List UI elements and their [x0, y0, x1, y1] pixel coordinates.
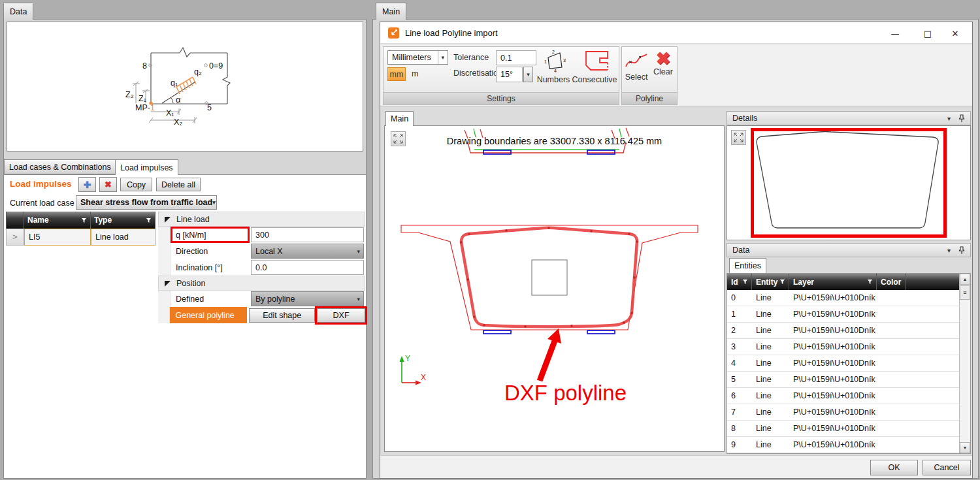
prop-row-q: q [kN/m] 300	[158, 227, 365, 243]
tolerance-input[interactable]: 0.1	[496, 50, 536, 65]
column-header-id[interactable]: Id	[727, 274, 752, 290]
group-position[interactable]: Position	[158, 276, 365, 291]
caret-down-icon: ▾	[527, 71, 530, 78]
column-header-layer[interactable]: Layer	[789, 274, 877, 290]
entities-table: Id Entity Layer Color 0 Line P\U+015	[727, 273, 971, 454]
numbers-button[interactable]: 1234 Numbers	[536, 49, 570, 92]
scroll-thumb[interactable]: ≡	[960, 285, 970, 300]
entity-row[interactable]: 8 Line P\U+0159í\U+010Dník	[727, 421, 959, 437]
details-view[interactable]	[727, 125, 971, 240]
minimize-button[interactable]: —	[885, 25, 906, 41]
current-load-case-value: Shear stress flow from traffic load	[80, 198, 212, 207]
direction-select[interactable]: Local X ▾	[251, 244, 364, 259]
data-title: Data	[732, 246, 749, 255]
caret-down-icon[interactable]: ▾	[947, 247, 951, 254]
group-line-load[interactable]: Line load	[158, 212, 365, 227]
dxf-polyline-shape[interactable]	[461, 228, 637, 327]
filter-icon[interactable]	[779, 279, 785, 285]
tab-entities[interactable]: Entities	[729, 258, 766, 273]
consecutive-button[interactable]: Consecutive	[572, 49, 617, 92]
impulse-row[interactable]: > LI5 Line load	[6, 229, 155, 246]
m-toggle[interactable]: m	[412, 69, 418, 78]
diagram-label-x1: X₁	[166, 108, 174, 118]
caret-down-icon[interactable]: ▾	[947, 115, 951, 122]
column-header-name[interactable]: Name	[24, 212, 91, 229]
left-panel: 8 0=9 q₂ q₁ α 5 Z₂ Z₁ MP-1 X₁ X₂ Load ca…	[3, 19, 367, 479]
axis-y-label: Y	[405, 354, 410, 363]
column-header-entity[interactable]: Entity	[752, 274, 789, 290]
tab-load-cases-combinations[interactable]: Load cases & Combinations	[4, 159, 116, 174]
entities-scrollbar[interactable]: ▲ ≡ ▼	[959, 274, 970, 453]
entity-layer-cell: P\U+0159í\U+010Dník	[789, 310, 877, 319]
dxf-button[interactable]: DXF	[317, 308, 365, 323]
close-button[interactable]: ✕	[945, 25, 966, 41]
add-impulse-button[interactable]: ✚	[78, 177, 96, 192]
filter-icon[interactable]	[742, 279, 748, 285]
delete-impulse-button[interactable]: ✖	[99, 177, 117, 192]
defined-select[interactable]: By polyline ▾	[251, 291, 364, 306]
maximize-button[interactable]: □	[917, 25, 938, 41]
entity-id-cell: 1	[727, 310, 752, 319]
ok-button[interactable]: OK	[870, 460, 918, 475]
impulse-type-cell[interactable]: Line load	[91, 229, 155, 246]
entity-row[interactable]: 4 Line P\U+0159í\U+010Dník	[727, 355, 959, 372]
entity-row[interactable]: 7 Line P\U+0159í\U+010Dník	[727, 404, 959, 421]
edit-shape-button[interactable]: Edit shape	[249, 308, 315, 323]
entity-id-cell: 6	[727, 391, 752, 400]
entity-row[interactable]: 5 Line P\U+0159í\U+010Dník	[727, 372, 959, 388]
entity-row[interactable]: 0 Line P\U+0159í\U+010Dník	[727, 290, 959, 306]
drawing-canvas[interactable]: Y X Drawing boundaries are 33007.330 x 8…	[384, 125, 725, 452]
scroll-up-button[interactable]: ▲	[960, 274, 970, 285]
delete-all-button[interactable]: Delete all	[156, 178, 201, 191]
data-header[interactable]: Data ▾	[727, 243, 971, 257]
impulse-name-cell[interactable]: LI5	[24, 229, 91, 246]
property-grid: Line load q [kN/m] 300 Direction Local X…	[158, 212, 365, 323]
copy-button[interactable]: Copy	[120, 178, 152, 191]
pin-icon[interactable]	[958, 246, 965, 255]
entity-row[interactable]: 1 Line P\U+0159í\U+010Dník	[727, 306, 959, 323]
diagram-label-alpha: α	[176, 95, 181, 104]
mm-toggle[interactable]: mm	[387, 67, 406, 81]
column-header-color[interactable]: Color	[877, 274, 906, 290]
units-select[interactable]: Millimeters ▾	[387, 50, 448, 65]
load-hatch	[176, 77, 196, 94]
entity-row[interactable]: 3 Line P\U+0159í\U+010Dník	[727, 339, 959, 355]
entity-row[interactable]: 2 Line P\U+0159í\U+010Dník	[727, 323, 959, 339]
dialog-titlebar[interactable]: Line load Polyline import — □ ✕	[380, 22, 972, 44]
discretisation-spinner[interactable]: ▾	[523, 67, 533, 82]
tab-data[interactable]: Data	[3, 3, 33, 20]
tab-main[interactable]: Main	[376, 3, 406, 20]
current-load-case-select[interactable]: Shear stress flow from traffic load ▾	[76, 195, 217, 210]
impulses-table: Name Type > LI5 Line load	[6, 212, 155, 246]
filter-icon[interactable]	[146, 217, 152, 223]
collapse-icon	[165, 217, 171, 223]
cancel-button[interactable]: Cancel	[923, 460, 971, 475]
settings-group: Millimeters ▾ mm m Tolerance 0.1 Discret…	[383, 46, 619, 105]
entity-layer-cell: P\U+0159í\U+010Dník	[789, 440, 877, 449]
filter-icon[interactable]	[867, 279, 873, 285]
pin-icon[interactable]	[958, 114, 965, 123]
entity-row[interactable]: 9 Line P\U+0159í\U+010Dník	[727, 437, 959, 453]
entity-layer-cell: P\U+0159í\U+010Dník	[789, 375, 877, 384]
entity-rows: 0 Line P\U+0159í\U+010Dník 1 Line P\U+01…	[727, 290, 959, 453]
caret-down-icon: ▾	[438, 51, 444, 64]
svg-text:4: 4	[554, 69, 557, 73]
tab-canvas-main[interactable]: Main	[385, 111, 414, 126]
tab-load-impulses[interactable]: Load impulses	[115, 159, 178, 175]
select-button[interactable]: Select	[623, 50, 650, 91]
inclination-input[interactable]: 0.0	[251, 260, 364, 275]
svg-text:1: 1	[544, 59, 547, 64]
clear-button[interactable]: ✖ Clear	[650, 48, 676, 91]
entity-layer-cell: P\U+0159í\U+010Dník	[789, 342, 877, 351]
discretisation-input[interactable]: 15°	[496, 67, 523, 82]
q-input[interactable]: 300	[251, 227, 364, 242]
scroll-down-button[interactable]: ▼	[960, 442, 970, 453]
fit-view-button[interactable]	[731, 130, 746, 145]
details-header[interactable]: Details ▾	[727, 111, 971, 125]
direction-label: Direction	[171, 243, 250, 259]
row-selector[interactable]: >	[6, 229, 24, 246]
filter-icon[interactable]	[81, 217, 87, 223]
entity-id-cell: 9	[727, 440, 752, 449]
column-header-type[interactable]: Type	[91, 212, 155, 229]
entity-row[interactable]: 6 Line P\U+0159í\U+010Dník	[727, 388, 959, 404]
